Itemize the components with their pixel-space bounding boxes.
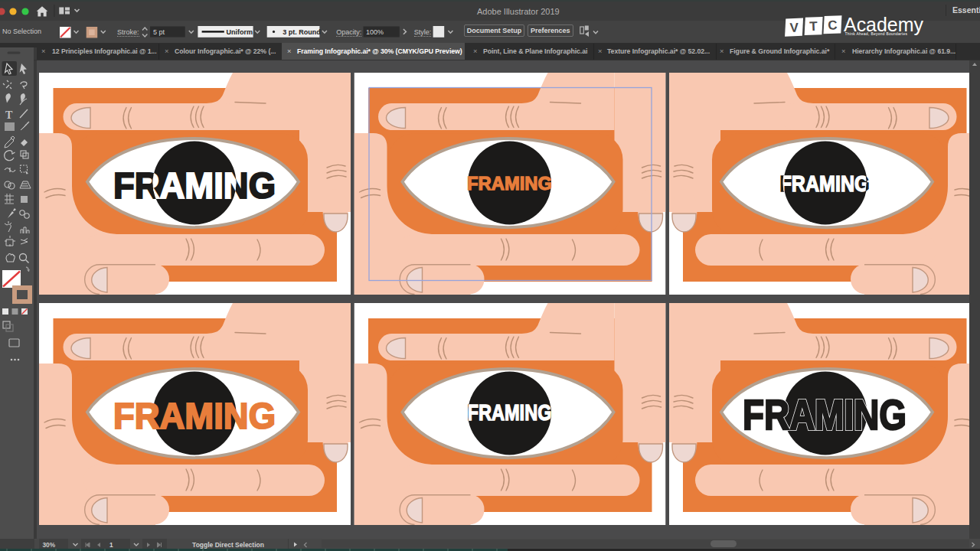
svg-text:1: 1 xyxy=(109,541,113,549)
svg-text:FRAMING: FRAMING xyxy=(468,399,552,425)
svg-text:C: C xyxy=(828,18,838,32)
svg-text:FRAMING: FRAMING xyxy=(467,173,552,194)
svg-text:Think Ahead, Beyond Boundaries: Think Ahead, Beyond Boundaries xyxy=(845,32,908,36)
svg-text:V: V xyxy=(789,21,799,35)
svg-text:T: T xyxy=(5,109,13,121)
svg-text:Toggle Direct Selection: Toggle Direct Selection xyxy=(192,541,264,549)
svg-text:FRAMING: FRAMING xyxy=(780,171,870,196)
svg-text:30%: 30% xyxy=(43,541,56,549)
svg-text:T: T xyxy=(809,19,818,34)
svg-text:FRAMING: FRAMING xyxy=(743,390,906,439)
svg-text:FRAMING: FRAMING xyxy=(113,395,276,436)
